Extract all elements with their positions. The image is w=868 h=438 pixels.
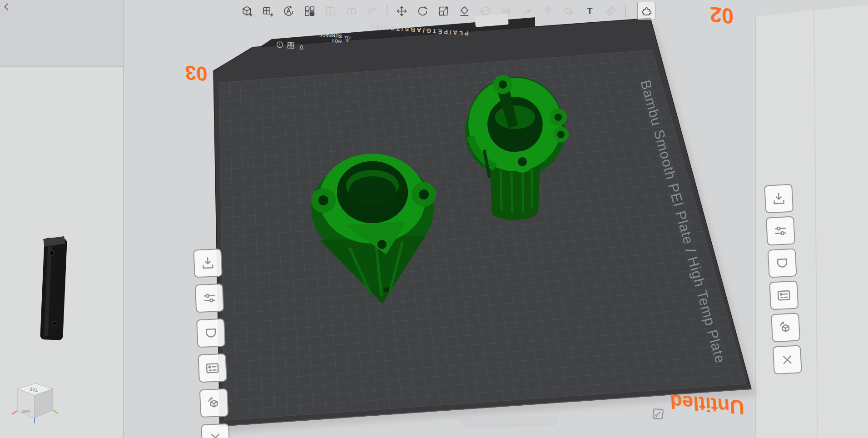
add-object-button[interactable]	[239, 4, 254, 19]
plate-info-card-button[interactable]	[198, 353, 227, 383]
background-upper-left-panel	[0, 0, 124, 66]
warning-line2: SURFACE	[318, 33, 342, 40]
mount-left-lug-hole	[318, 195, 328, 205]
orient-plate-button[interactable]	[199, 388, 229, 418]
arrange-icon	[303, 5, 316, 17]
toolbar-separator	[625, 5, 626, 17]
assembly-view-button[interactable]	[637, 2, 655, 20]
rotate-icon	[417, 5, 429, 17]
auto-orient-button[interactable]	[281, 4, 296, 19]
mirror-icon	[500, 5, 512, 17]
bed-type-button[interactable]	[768, 248, 797, 278]
chevron-left-icon	[2, 2, 12, 12]
move-to-plate-button[interactable]	[193, 249, 223, 278]
mirror-button[interactable]	[499, 4, 514, 19]
text-tool-icon: T	[584, 5, 596, 17]
split-to-objects-button[interactable]	[323, 4, 338, 19]
plate-info-card-button[interactable]	[769, 280, 799, 310]
color-paint-button[interactable]	[561, 4, 576, 19]
delete-plate-button[interactable]	[201, 423, 230, 438]
axis-x-red	[12, 411, 17, 414]
rotate-button[interactable]	[415, 4, 430, 19]
mount-right-lug-hole	[419, 189, 429, 199]
move-to-plate-icon	[200, 255, 216, 271]
plate-info-card-icon	[204, 360, 220, 376]
viewport-3d[interactable]	[0, 0, 868, 438]
arrange-button[interactable]	[302, 4, 317, 19]
clamp-ridge	[531, 164, 532, 208]
clamp-right-lug-1-hole	[555, 114, 562, 121]
variable-layer-height-button[interactable]	[365, 4, 380, 19]
delete-plate-button[interactable]	[773, 345, 802, 374]
collapse-panel-button[interactable]	[2, 2, 12, 12]
clamp-top-lug-hole	[499, 80, 507, 89]
bed-type-button[interactable]	[196, 319, 226, 348]
nozzle-icon	[298, 42, 306, 50]
split-to-parts-icon	[345, 5, 357, 17]
bed-type-icon	[774, 255, 790, 271]
place-on-face-icon	[458, 5, 471, 17]
move-to-plate-icon	[771, 190, 787, 207]
add-object-icon	[241, 5, 253, 17]
plate-sliders-icon	[201, 290, 217, 306]
color-paint-icon	[563, 5, 575, 17]
move-to-plate-button[interactable]	[764, 184, 794, 214]
plate-sliders-button[interactable]	[195, 284, 224, 313]
variable-layer-height-icon	[366, 5, 378, 17]
cut-icon	[479, 5, 491, 17]
plate-number-right[interactable]: 02	[710, 2, 734, 30]
add-plate-button[interactable]	[260, 4, 275, 19]
plate-name-edit-icon[interactable]	[651, 405, 666, 421]
scale-icon	[437, 5, 450, 17]
move-icon	[396, 5, 408, 17]
split-to-parts-button[interactable]	[344, 4, 359, 19]
warning-triangle-icon: ⚠	[344, 34, 352, 44]
scale-button[interactable]	[436, 4, 451, 19]
cut-button[interactable]	[478, 4, 493, 19]
seam-paint-icon	[542, 5, 554, 17]
clamp-boss-hole	[518, 157, 527, 166]
mount-bore-depth	[349, 176, 396, 205]
axis-y-green	[53, 410, 58, 413]
svg-text:T: T	[587, 5, 592, 15]
delete-plate-icon	[779, 352, 795, 368]
assembly-puzzle-icon	[640, 5, 653, 17]
measure-icon	[605, 5, 617, 17]
delete-plate-icon	[208, 430, 223, 438]
measure-button[interactable]	[603, 4, 618, 19]
split-to-objects-icon	[324, 5, 337, 17]
bed-type-icon	[203, 325, 219, 341]
clamp-ridge	[511, 165, 512, 213]
mount-bottom-hole	[384, 287, 389, 293]
support-paint-icon	[521, 5, 533, 17]
plate-front-notch	[458, 416, 559, 428]
orient-plate-icon	[778, 319, 794, 336]
clamp-ridge	[501, 166, 501, 210]
toolbar-separator	[387, 5, 387, 17]
view-cube-back-label: Back	[21, 409, 31, 413]
move-button[interactable]	[394, 4, 409, 19]
plate-info-card-icon	[776, 287, 792, 304]
plate-sliders-button[interactable]	[766, 216, 795, 246]
info-circle-icon	[276, 40, 284, 49]
plate-number-left[interactable]: 03	[185, 61, 208, 85]
view-cube-top-label: Top	[30, 387, 38, 393]
text-tool-button[interactable]: T	[582, 4, 597, 19]
main-toolbar: T	[239, 2, 655, 20]
clip-hole-bottom	[53, 321, 57, 326]
auto-orient-icon	[283, 5, 295, 17]
mount-screw-hole	[377, 240, 387, 249]
add-plate-icon	[262, 5, 274, 17]
orient-plate-button[interactable]	[771, 313, 800, 342]
model-black-clip[interactable]	[40, 236, 67, 340]
orient-plate-icon	[206, 395, 222, 411]
view-cube[interactable]: Top Back	[5, 373, 68, 438]
support-paint-button[interactable]	[520, 4, 535, 19]
seam-paint-button[interactable]	[541, 4, 556, 19]
qr-code-icon	[287, 41, 295, 50]
plate-sliders-icon	[773, 223, 789, 239]
place-on-face-button[interactable]	[457, 4, 472, 19]
clip-hole-top	[50, 251, 54, 255]
clamp-right-lug-2-hole	[557, 131, 565, 138]
